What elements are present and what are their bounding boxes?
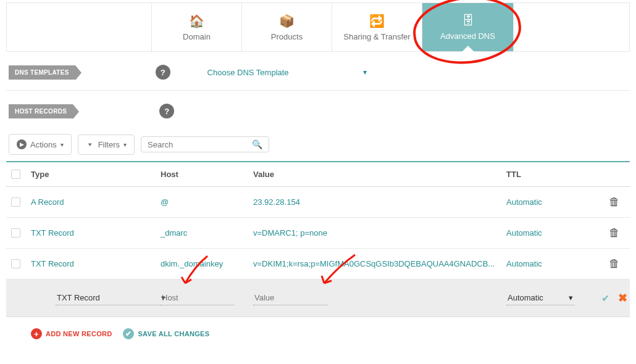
save-all-changes-button[interactable]: ✔ SAVE ALL CHANGES	[123, 328, 209, 339]
dns-templates-row: DNS TEMPLATES ? Choose DNS Template ▾	[9, 63, 630, 81]
filter-icon	[86, 141, 94, 148]
search-icon[interactable]: 🔍	[252, 139, 262, 149]
value-input[interactable]	[253, 291, 327, 305]
tabs-bar: 🏠 Domain 📦 Products 🔁 Sharing & Transfer…	[6, 2, 630, 52]
table-header-row: Type Host Value TTL	[6, 161, 630, 187]
tab-label: Products	[271, 32, 303, 41]
cell-host[interactable]: @	[161, 197, 253, 207]
add-new-record-button[interactable]: + ADD NEW RECORD	[31, 328, 112, 339]
filters-dropdown[interactable]: Filters ▾	[78, 134, 135, 155]
row-checkbox[interactable]	[11, 197, 20, 207]
tab-advanced-dns[interactable]: 🗄 Advanced DNS	[422, 3, 514, 51]
cell-type[interactable]: TXT Record	[31, 259, 161, 268]
help-icon[interactable]: ?	[156, 65, 170, 80]
share-icon: 🔁	[369, 14, 385, 28]
search-input[interactable]	[148, 140, 234, 149]
delete-row-icon[interactable]	[599, 226, 630, 239]
cell-value[interactable]: v=DMARC1; p=none	[253, 228, 506, 238]
check-icon: ✔	[123, 328, 134, 339]
search-box[interactable]: 🔍	[141, 136, 269, 152]
col-value: Value	[253, 170, 506, 179]
chevron-down-icon: ▾	[123, 141, 127, 148]
choose-dns-template-label: Choose DNS Template	[207, 68, 289, 77]
tab-sharing-transfer[interactable]: 🔁 Sharing & Transfer	[332, 3, 422, 51]
delete-row-icon[interactable]	[599, 257, 630, 270]
cell-value[interactable]: 23.92.28.154	[253, 197, 506, 207]
separator	[6, 90, 630, 91]
plus-icon: +	[31, 328, 42, 339]
col-host: Host	[161, 170, 253, 179]
col-ttl: TTL	[506, 170, 599, 179]
footer-actions: + ADD NEW RECORD ✔ SAVE ALL CHANGES	[31, 328, 630, 339]
record-type-select[interactable]: TXT Record ▾	[56, 291, 167, 305]
box-icon: 📦	[279, 14, 295, 28]
cell-value[interactable]: v=DKIM1;k=rsa;p=MIGfMA0GCSqGSIb3DQEBAQUA…	[253, 259, 506, 268]
table-row: TXT Record dkim._domainkey v=DKIM1;k=rsa…	[6, 249, 630, 279]
row-checkbox[interactable]	[11, 259, 20, 268]
ttl-selected: Automatic	[508, 293, 543, 302]
cell-ttl[interactable]: Automatic	[506, 228, 599, 238]
confirm-icon[interactable]: ✔	[601, 292, 609, 304]
actions-label: Actions	[30, 140, 57, 149]
choose-dns-template-dropdown[interactable]: Choose DNS Template ▾	[183, 68, 367, 77]
tabs-rest	[514, 3, 629, 51]
select-all-checkbox[interactable]	[11, 170, 20, 179]
tab-label: Advanced DNS	[440, 31, 495, 41]
host-input[interactable]	[161, 291, 235, 305]
records-toolbar: Actions ▾ Filters ▾ 🔍	[9, 134, 630, 155]
chevron-down-icon: ▾	[363, 68, 367, 77]
actions-dropdown[interactable]: Actions ▾	[9, 134, 72, 155]
cell-type[interactable]: TXT Record	[31, 228, 161, 238]
cell-ttl[interactable]: Automatic	[506, 197, 599, 207]
record-type-selected: TXT Record	[57, 293, 100, 302]
tab-label: Domain	[183, 32, 211, 41]
col-type: Type	[31, 170, 161, 179]
table-row: A Record @ 23.92.28.154 Automatic	[6, 187, 630, 218]
new-record-row: TXT Record ▾ Automatic ▾ ✔ ✖	[6, 279, 630, 317]
row-checkbox[interactable]	[11, 228, 20, 238]
tab-label: Sharing & Transfer	[343, 32, 410, 41]
tab-products[interactable]: 📦 Products	[242, 3, 332, 51]
chevron-down-icon: ▾	[569, 293, 573, 302]
tabs-spacer	[7, 3, 152, 51]
host-records-table: Type Host Value TTL A Record @ 23.92.28.…	[6, 161, 630, 317]
save-all-changes-label: SAVE ALL CHANGES	[138, 330, 209, 337]
table-row: TXT Record _dmarc v=DMARC1; p=none Autom…	[6, 218, 630, 249]
ttl-select[interactable]: Automatic ▾	[506, 291, 574, 305]
cancel-icon[interactable]: ✖	[618, 291, 627, 305]
cell-host[interactable]: dkim._domainkey	[161, 259, 253, 268]
host-records-row: HOST RECORDS ?	[9, 102, 630, 120]
home-icon: 🏠	[189, 14, 204, 28]
chevron-down-icon: ▾	[61, 141, 64, 148]
add-new-record-label: ADD NEW RECORD	[46, 330, 112, 337]
host-records-tag: HOST RECORDS	[9, 104, 73, 118]
cell-ttl[interactable]: Automatic	[506, 259, 599, 268]
help-icon[interactable]: ?	[159, 104, 174, 118]
play-icon	[17, 139, 27, 149]
dns-icon: 🗄	[462, 14, 474, 28]
delete-row-icon[interactable]	[599, 196, 630, 209]
tab-domain[interactable]: 🏠 Domain	[152, 3, 242, 51]
cell-host[interactable]: _dmarc	[161, 228, 253, 238]
dns-templates-tag: DNS TEMPLATES	[9, 65, 75, 80]
filters-label: Filters	[98, 140, 120, 149]
cell-type[interactable]: A Record	[31, 197, 161, 207]
